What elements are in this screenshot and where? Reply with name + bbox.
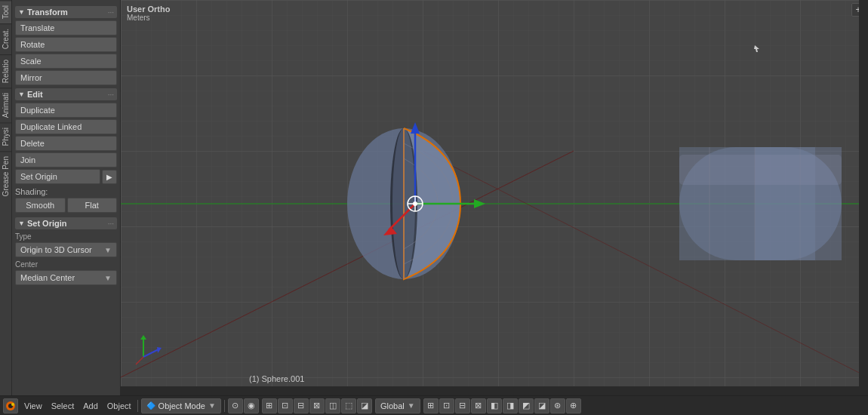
type-dropdown-arrow: ▼ [104, 246, 112, 254]
flat-button[interactable]: Flat [67, 198, 118, 213]
tab-animati[interactable]: Animati [0, 88, 11, 122]
divider-1 [137, 400, 138, 412]
center-dropdown[interactable]: Median Center ▼ [15, 270, 117, 285]
duplicate-button[interactable]: Duplicate [15, 103, 117, 118]
object-info: (1) Sphere.001 [249, 374, 304, 383]
transform-section-header[interactable]: ▼ Transform ··· [15, 6, 117, 18]
type-dropdown[interactable]: Origin to 3D Cursor ▼ [15, 242, 117, 257]
svg-point-25 [413, 201, 417, 206]
set-origin-panel-header[interactable]: ▼ Set Origin ··· [15, 217, 117, 229]
status-bar: View Select Add Object 🔷 Object Mode ▼ ⊙… [0, 395, 868, 415]
icon-10[interactable]: ⊕ [566, 398, 581, 413]
snap-icons: ⊞ ⊡ ⊟ ⊠ ◫ ⬚ ◪ [262, 398, 372, 413]
icon-7[interactable]: ◩ [519, 398, 534, 413]
delete-button[interactable]: Delete [15, 136, 117, 151]
snap3-icon[interactable]: ⊟ [294, 398, 309, 413]
mirror-button[interactable]: Mirror [15, 70, 117, 85]
shading-buttons: Smooth Flat [15, 198, 117, 213]
menu-add[interactable]: Add [80, 401, 101, 410]
center-dropdown-arrow: ▼ [104, 274, 112, 282]
svg-line-30 [136, 357, 143, 364]
nav-gizmo [128, 330, 166, 368]
transform-space-label: Global [380, 401, 405, 410]
set-origin-panel-title: Set Origin [27, 219, 67, 228]
snap7-icon[interactable]: ◪ [357, 398, 372, 413]
svg-marker-29 [157, 347, 162, 353]
vertical-scrollbar[interactable] [859, 0, 868, 395]
transform-space-dropdown[interactable]: Global ▼ [375, 398, 420, 413]
shading-label: Shading: [15, 187, 117, 196]
tab-tool[interactable]: Tool [0, 0, 11, 23]
transform-title: Transform [27, 8, 68, 17]
menu-view[interactable]: View [21, 401, 45, 410]
side-tabs: Tool Creat. Relatio Animati Physi Grease… [0, 0, 12, 395]
viewport-grid [121, 0, 868, 395]
snap2-icon[interactable]: ⊡ [278, 398, 293, 413]
edit-title: Edit [27, 90, 43, 99]
sidebar-content: ▼ Transform ··· Translate Rotate Scale M… [12, 0, 120, 395]
snap6-icon[interactable]: ⬚ [341, 398, 356, 413]
type-label: Type [15, 232, 117, 241]
set-origin-panel: ▼ Set Origin ··· Type Origin to 3D Curso… [15, 217, 117, 285]
icon-9[interactable]: ⊛ [550, 398, 565, 413]
snap5-icon[interactable]: ◫ [325, 398, 340, 413]
type-value: Origin to 3D Cursor [20, 245, 92, 254]
set-origin-row: Set Origin ▶ [15, 169, 117, 184]
center-value: Median Center [20, 273, 75, 282]
join-button[interactable]: Join [15, 152, 117, 168]
main-area: Tool Creat. Relatio Animati Physi Grease… [0, 0, 868, 395]
icon-2[interactable]: ⊡ [439, 398, 454, 413]
viewport-icons: ⊙ ◉ [228, 398, 259, 413]
rotate-button[interactable]: Rotate [15, 37, 117, 52]
svg-rect-12 [679, 155, 842, 185]
right-icons: ⊞ ⊡ ⊟ ⊠ ◧ ◨ ◩ ◪ ⊛ ⊕ [423, 398, 581, 413]
edit-triangle: ▼ [18, 91, 25, 98]
center-label: Center [15, 260, 117, 269]
svg-point-33 [11, 403, 14, 406]
menu-select[interactable]: Select [48, 401, 78, 410]
tab-physi[interactable]: Physi [0, 122, 11, 150]
global-view-icon[interactable]: ⊙ [228, 398, 243, 413]
icon-5[interactable]: ◧ [487, 398, 502, 413]
scale-button[interactable]: Scale [15, 54, 117, 69]
mode-dropdown[interactable]: 🔷 Object Mode ▼ [141, 398, 221, 413]
blender-icon[interactable] [3, 398, 18, 413]
set-origin-panel-dots: ··· [108, 220, 114, 228]
icon-4[interactable]: ⊠ [471, 398, 486, 413]
edit-section-header[interactable]: ▼ Edit ··· [15, 88, 117, 100]
set-origin-button[interactable]: Set Origin [15, 169, 100, 184]
svg-line-28 [143, 349, 159, 357]
icon-8[interactable]: ◪ [534, 398, 549, 413]
snap-icon[interactable]: ⊞ [262, 398, 277, 413]
render-icon[interactable]: ◉ [244, 398, 259, 413]
tab-creat[interactable]: Creat. [0, 23, 11, 54]
edit-dots: ··· [108, 91, 114, 99]
icon-6[interactable]: ◨ [503, 398, 518, 413]
divider-2 [224, 400, 225, 412]
snap4-icon[interactable]: ⊠ [309, 398, 325, 413]
duplicate-linked-button[interactable]: Duplicate Linked [15, 119, 117, 134]
mode-label: Object Mode [159, 401, 205, 410]
set-origin-dropdown-arrow[interactable]: ▶ [102, 170, 117, 184]
translate-button[interactable]: Translate [15, 20, 117, 35]
transform-triangle: ▼ [18, 8, 25, 16]
set-origin-triangle: ▼ [18, 220, 25, 227]
icon-1[interactable]: ⊞ [423, 398, 439, 413]
tab-grease-pen[interactable]: Grease Pen [0, 151, 11, 201]
icon-3[interactable]: ⊟ [455, 398, 470, 413]
sidebar: Tool Creat. Relatio Animati Physi Grease… [0, 0, 121, 395]
horizontal-scrollbar[interactable] [121, 386, 859, 395]
tab-relatio[interactable]: Relatio [0, 54, 11, 88]
transform-dots: ··· [108, 8, 114, 17]
smooth-button[interactable]: Smooth [15, 198, 66, 213]
viewport[interactable]: User Ortho Meters + (1) Sphere.001 [121, 0, 868, 395]
svg-marker-27 [140, 335, 146, 340]
menu-object[interactable]: Object [104, 401, 134, 410]
